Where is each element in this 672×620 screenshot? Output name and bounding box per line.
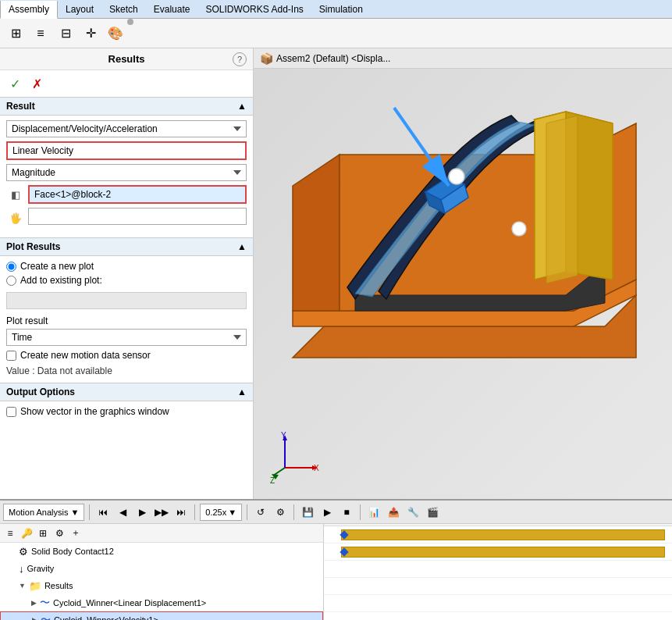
- tl-item-results[interactable]: ▼ 📁 Results: [0, 577, 323, 594]
- result-section-header[interactable]: Result ▲: [0, 97, 253, 116]
- tl-item-cycloid-linear[interactable]: ▶ 〜 Cycloid_Winner<Linear Displacement1>: [0, 594, 323, 611]
- tl-save[interactable]: 💾: [299, 504, 316, 521]
- tl-btn-rewind[interactable]: ⏮: [94, 504, 112, 521]
- timeline-toolbar: Motion Analysis ▼ ⏮ ◀ ▶ ▶▶ ⏭ 0.25x ▼ ↺ ⚙…: [0, 501, 672, 524]
- secondary-face-input[interactable]: [28, 208, 247, 225]
- show-vector-label[interactable]: Show vector in the graphics window: [6, 406, 247, 417]
- tl-export[interactable]: 📤: [385, 504, 402, 521]
- radio-new-plot-input[interactable]: [6, 262, 16, 272]
- tl-btn-end[interactable]: ⏭: [172, 504, 190, 521]
- tl-btn-prev[interactable]: ◀: [114, 504, 131, 521]
- tl-item-label-1: Gravity: [27, 564, 324, 573]
- expand-arrow-results: ▼: [19, 582, 26, 590]
- mode-dropdown-arrow: ▼: [70, 508, 79, 517]
- key-icon[interactable]: 🔑: [20, 526, 34, 540]
- main-layout: Results ? ✓ ✗ Result ▲ Displacement/Velo…: [0, 48, 672, 499]
- tl-calc[interactable]: ▶: [318, 504, 336, 521]
- show-vector-checkbox[interactable]: [6, 407, 16, 417]
- toolbar-icon-4[interactable]: 🎨: [105, 23, 126, 45]
- result-section-content: Displacement/Velocity/Acceleration Linea…: [0, 116, 253, 237]
- tl-anim[interactable]: 🎬: [424, 504, 441, 521]
- bottom-panel: Motion Analysis ▼ ⏮ ◀ ▶ ▶▶ ⏭ 0.25x ▼ ↺ ⚙…: [0, 499, 672, 620]
- motion-sensor-label: Create new motion data sensor: [20, 350, 151, 361]
- face-select-icon: ◧: [6, 185, 25, 204]
- menu-solidworks-addins[interactable]: SOLIDWORKS Add-Ins: [197, 0, 311, 18]
- show-vector-text: Show vector in the graphics window: [20, 406, 169, 417]
- tl-separator-2: [194, 504, 195, 520]
- result-component-dropdown[interactable]: Magnitude: [6, 164, 247, 181]
- cancel-button[interactable]: ✗: [28, 75, 45, 92]
- tl-item-cycloid-velocity[interactable]: ▶ 〜 Cycloid_Winner<Velocity1>: [0, 611, 323, 620]
- tl-config[interactable]: 🔧: [404, 504, 421, 521]
- tl-stop[interactable]: ■: [338, 504, 355, 521]
- toolbar: ⊞ ≡ ⊟ ✛ 🎨: [0, 19, 672, 48]
- tl-btn-next[interactable]: ▶▶: [153, 504, 170, 521]
- action-bar: ✓ ✗: [0, 70, 253, 97]
- canvas-area: 📦 Assem2 (Default) <Displa...: [254, 48, 672, 499]
- add-icon[interactable]: ＋: [69, 526, 83, 540]
- menu-sketch[interactable]: Sketch: [101, 0, 146, 18]
- result-section-label: Result: [6, 101, 35, 112]
- settings-icon[interactable]: ⚙: [52, 526, 66, 540]
- toolbar-icon-0[interactable]: ⊞: [5, 23, 27, 45]
- tl-item-gravity[interactable]: ↓ Gravity: [0, 560, 323, 577]
- tl-item-solid-body[interactable]: ⚙ Solid Body Contact12: [0, 543, 323, 560]
- motion-sensor-checkbox-label[interactable]: Create new motion data sensor: [6, 350, 247, 361]
- plot-results-section-header[interactable]: Plot Results ▲: [0, 237, 253, 256]
- mode-dropdown[interactable]: Motion Analysis ▼: [3, 504, 84, 521]
- radio-new-plot-label: Create a new plot: [20, 261, 94, 272]
- tl-btn-play[interactable]: ▶: [133, 504, 151, 521]
- face-field: ◧ Face<1>@block-2: [6, 185, 247, 204]
- tl-chart[interactable]: 📊: [365, 504, 382, 521]
- tl-settings[interactable]: ⚙: [272, 504, 289, 521]
- menu-layout[interactable]: Layout: [58, 0, 101, 18]
- plot-result-dropdown[interactable]: Time: [6, 329, 247, 346]
- timeline-main: ≡ 🔑 ⊞ ⚙ ＋ ⚙ Solid Body Contact12 ↓ Gravi…: [0, 524, 672, 620]
- timeline-items: ⚙ Solid Body Contact12 ↓ Gravity ▼ 📁 Res…: [0, 543, 323, 620]
- menu-assembly[interactable]: Assembly: [0, 1, 58, 19]
- mode-label: Motion Analysis: [9, 508, 68, 517]
- filter-icon[interactable]: ≡: [3, 526, 17, 540]
- tl-item-icon-1: ↓: [19, 563, 24, 575]
- tl-item-label-4: Cycloid_Winner<Velocity1>: [54, 615, 322, 620]
- track-row-2: [324, 561, 672, 578]
- radio-new-plot[interactable]: Create a new plot: [6, 261, 247, 272]
- expand-arrow-1: ▶: [31, 599, 37, 607]
- motion-sensor-checkbox[interactable]: [6, 351, 16, 361]
- track-row-5: [324, 612, 672, 620]
- tl-loop[interactable]: ↺: [252, 504, 269, 521]
- 3d-viewport[interactable]: X Y Z: [254, 69, 672, 499]
- toolbar-icon-2[interactable]: ⊟: [55, 23, 76, 45]
- grid-icon[interactable]: ⊞: [36, 526, 50, 540]
- toolbar-icon-1[interactable]: ≡: [30, 23, 52, 45]
- face-input[interactable]: Face<1>@block-2: [28, 185, 247, 204]
- ok-button[interactable]: ✓: [6, 75, 23, 92]
- tl-item-label-0: Solid Body Contact12: [31, 547, 323, 556]
- output-options-header[interactable]: Output Options ▲: [0, 383, 253, 401]
- axis-svg: X Y Z: [269, 429, 324, 483]
- toolbar-icon-3[interactable]: ✛: [80, 23, 101, 45]
- plot-result-label: Plot result: [6, 315, 247, 326]
- svg-line-15: [394, 108, 449, 186]
- help-button[interactable]: ?: [233, 52, 247, 66]
- panel-title: Results: [108, 53, 145, 65]
- menu-evaluate[interactable]: Evaluate: [146, 0, 198, 18]
- timeline-right: 0 sec 0.500 sec: [324, 524, 672, 620]
- toolbar-indicator: [127, 19, 133, 25]
- result-subtype-dropdown[interactable]: Linear Velocity: [6, 141, 247, 160]
- result-chevron: ▲: [237, 101, 247, 112]
- radio-existing-plot-input[interactable]: [6, 276, 16, 286]
- tl-item-icon-0: ⚙: [19, 546, 28, 558]
- radio-group: Create a new plot Add to existing plot:: [6, 261, 247, 286]
- timeline-tracks: [324, 526, 672, 620]
- menu-simulation[interactable]: Simulation: [311, 0, 371, 18]
- output-options-label: Output Options: [6, 387, 75, 397]
- speed-dropdown[interactable]: 0.25x ▼: [200, 504, 242, 521]
- value-text: Value : Data not available: [6, 364, 247, 378]
- result-type-dropdown[interactable]: Displacement/Velocity/Acceleration: [6, 120, 247, 137]
- tl-item-icon-3: 〜: [40, 596, 50, 610]
- svg-marker-2: [293, 155, 340, 311]
- radio-existing-plot[interactable]: Add to existing plot:: [6, 275, 247, 286]
- menu-bar: Assembly Layout Sketch Evaluate SOLIDWOR…: [0, 0, 672, 19]
- tl-item-label-results: Results: [44, 581, 323, 590]
